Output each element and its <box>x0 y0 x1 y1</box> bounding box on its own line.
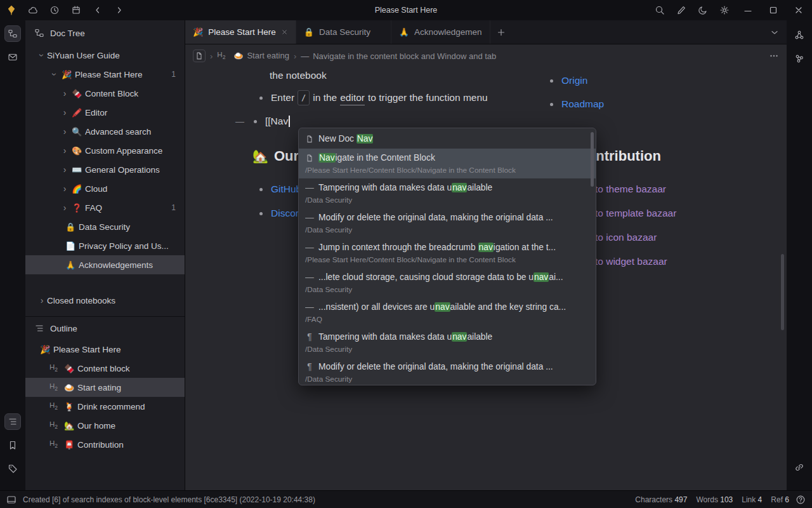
section-icon: 🍛 <box>233 51 243 60</box>
search-result-row[interactable]: Navigate in the Content Block/Please Sta… <box>299 149 596 178</box>
more-options-icon[interactable] <box>769 51 779 61</box>
editor-scrollbar[interactable] <box>781 254 784 330</box>
doc-tree-item[interactable]: ›🎉Please Start Here1 <box>25 65 185 84</box>
doc-tree-item[interactable]: ›🖍️Editor <box>25 103 185 122</box>
h2-badge: H2 <box>49 382 58 392</box>
help-icon[interactable] <box>796 495 806 505</box>
search-result-row[interactable]: ¶Modify or delete the original data, mak… <box>299 358 596 385</box>
stat-link: Link 4 <box>742 495 762 504</box>
editor-ref-link[interactable]: editor <box>340 91 365 105</box>
list-gutter-icon[interactable]: — <box>235 114 244 128</box>
outline-item[interactable]: H2🍹Drink recommend <box>25 397 185 416</box>
origin-link[interactable]: Origin <box>561 74 587 88</box>
list-item: Roadmap <box>550 97 604 111</box>
search-result-row[interactable]: —Tampering with data makes data unavaila… <box>299 178 596 208</box>
doc-tree-item[interactable]: 📄Privacy Policy and Us... <box>25 236 185 255</box>
toggle-chevron-icon[interactable]: › <box>60 146 70 155</box>
dock-toggle-icon[interactable] <box>6 495 16 505</box>
search-result-row[interactable]: New Doc Nav <box>299 130 596 149</box>
github-link[interactable]: GitHub <box>271 182 301 196</box>
backlinks-dock-icon[interactable] <box>791 459 808 476</box>
tab-acknowledgemen[interactable]: 🙏Acknowledgemen <box>391 20 490 44</box>
doc-tree-item[interactable]: ›🍫Content Block <box>25 84 185 103</box>
breadcrumb-section[interactable]: H2 🍛 Start eating <box>217 51 289 60</box>
close-button[interactable] <box>788 1 809 19</box>
bookmark-dock-icon[interactable] <box>4 437 21 453</box>
toggle-chevron-icon[interactable]: › <box>37 296 47 305</box>
result-path: /Data Security <box>305 195 589 205</box>
doc-tree-item[interactable]: ›❓FAQ1 <box>25 198 185 217</box>
closed-notebooks-item[interactable]: › Closed notebooks <box>25 291 185 310</box>
doc-tree-item[interactable]: ›⌨️General Operations <box>25 160 185 179</box>
tab-please-start-here[interactable]: 🎉Please Start Here <box>185 20 296 44</box>
search-result-row[interactable]: —Jump in context through the breadcrumb … <box>299 238 596 268</box>
block-ref-search-popup: New Doc NavNavigate in the Content Block… <box>298 128 596 385</box>
toggle-chevron-icon[interactable]: › <box>60 184 70 193</box>
doc-tree-item[interactable]: ›🎨Custom Appearance <box>25 141 185 160</box>
go-forward-icon[interactable] <box>110 3 128 18</box>
tab-data-security[interactable]: 🔒Data Security <box>296 20 391 44</box>
toggle-chevron-icon[interactable]: › <box>60 165 70 174</box>
search-result-row[interactable]: —Modify or delete the original data, mak… <box>299 208 596 238</box>
siyuan-logo[interactable] <box>3 3 20 18</box>
toggle-chevron-icon[interactable]: › <box>37 50 46 60</box>
outline-item[interactable]: H2🍛Start eating <box>25 378 185 397</box>
search-result-row[interactable]: ¶Tampering with data makes data unavaila… <box>299 328 596 358</box>
theme-moon-icon[interactable] <box>694 3 712 18</box>
outline-item[interactable]: H2📮Contribution <box>25 435 185 454</box>
inbox-mail-icon[interactable] <box>4 49 21 65</box>
doc-tree-item[interactable]: 🔒Data Security <box>25 217 185 236</box>
item-label: FAQ <box>85 203 167 213</box>
typing-list-item[interactable]: — [[Nav <box>235 114 290 128</box>
data-history-icon[interactable] <box>46 3 63 18</box>
toggle-chevron-icon[interactable]: › <box>60 203 70 212</box>
doc-tree-item[interactable]: ›🌈Cloud <box>25 179 185 198</box>
toggle-chevron-icon[interactable]: › <box>60 89 70 98</box>
doc-file-icon[interactable] <box>193 50 206 62</box>
toggle-chevron-icon[interactable]: › <box>60 127 70 136</box>
left-dock <box>0 20 25 490</box>
outline-dock-icon[interactable] <box>4 413 21 430</box>
doc-tree-dock-icon[interactable] <box>4 25 21 42</box>
global-graph-dock-icon[interactable] <box>791 50 808 67</box>
outline-item[interactable]: 🎉Please Start Here <box>25 340 185 359</box>
breadcrumb-block[interactable]: — Navigate in the content block and Wind… <box>301 51 496 61</box>
toggle-chevron-icon[interactable]: › <box>50 69 59 79</box>
doc-tree-item[interactable]: 🙏Acknowledgements <box>25 255 185 274</box>
maximize-button[interactable] <box>763 1 784 19</box>
breadcrumb: › H2 🍛 Start eating › — Navigate in the … <box>185 44 787 67</box>
new-tab-plus-icon[interactable] <box>490 20 512 44</box>
search-result-row[interactable]: —...lete cloud storage, causing cloud st… <box>299 268 596 298</box>
outline-item[interactable]: H2🍫Content block <box>25 359 185 378</box>
item-label: Content Block <box>85 89 185 98</box>
roadmap-link[interactable]: Roadmap <box>561 97 604 111</box>
item-label: SiYuan User Guide <box>47 51 185 60</box>
popup-scrollbar[interactable] <box>591 132 594 187</box>
bullet-dot <box>550 79 553 83</box>
search-icon[interactable] <box>651 3 669 18</box>
notebook-item[interactable]: ›SiYuan User Guide <box>25 46 185 65</box>
doc-emoji-icon: 🔍 <box>70 127 84 137</box>
item-label: Editor <box>85 108 185 117</box>
outline-item[interactable]: H2🏡Our home <box>25 416 185 435</box>
doc-emoji-icon: ❓ <box>70 203 84 213</box>
list-item: Origin <box>550 74 587 88</box>
result-path: /FAQ <box>305 314 589 324</box>
edit-pencil-icon[interactable] <box>672 3 690 18</box>
doc-emoji-icon: 🍛 <box>62 383 76 392</box>
tab-overflow-chevron-icon[interactable] <box>763 20 787 44</box>
list-block-icon: — <box>305 211 314 224</box>
tab-close-icon[interactable] <box>281 29 288 36</box>
search-result-row[interactable]: —...nsistent) or all devices are unavail… <box>299 298 596 328</box>
list-item: Enter / in the editor to trigger the fun… <box>259 90 488 105</box>
tag-dock-icon[interactable] <box>4 460 21 477</box>
minimize-button[interactable] <box>737 1 759 19</box>
graph-dock-icon[interactable] <box>791 27 808 43</box>
cloud-sync-icon[interactable] <box>24 3 42 18</box>
doc-emoji-icon: 🔒 <box>63 222 77 232</box>
doc-tree-item[interactable]: ›🔍Advanced search <box>25 122 185 141</box>
settings-gear-icon[interactable] <box>716 3 733 18</box>
go-back-icon[interactable] <box>89 3 107 18</box>
toggle-chevron-icon[interactable]: › <box>60 108 70 117</box>
daily-note-icon[interactable] <box>67 3 85 18</box>
